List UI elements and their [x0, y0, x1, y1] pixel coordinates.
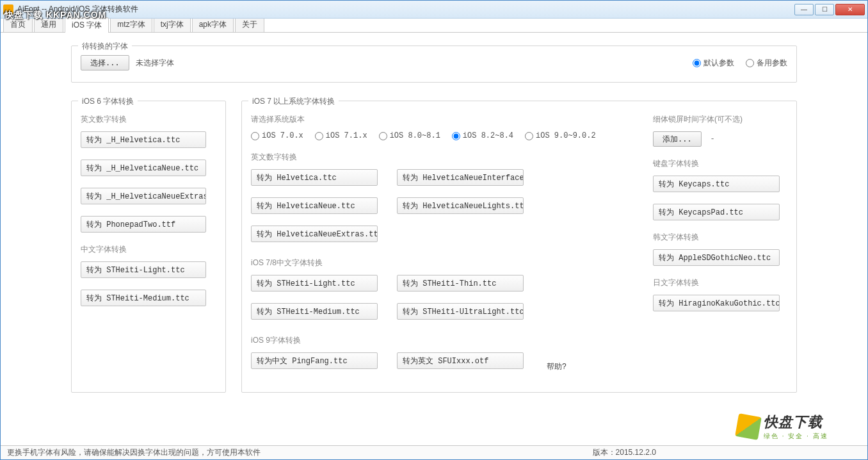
ios7-en-r0[interactable]: 转为 HelveticaNeueInterface.ttc [397, 169, 524, 186]
ios7-cn-r0[interactable]: 转为 STHeiti-Thin.ttc [397, 275, 524, 292]
tab-txj[interactable]: txj字体 [154, 17, 191, 32]
ios9-cn-btn[interactable]: 转为中文 PingFang.ttc [251, 352, 378, 369]
app-window: AiFont -- Android/iOS 字体转换软件 快盘下载 KKPAN.… [0, 0, 868, 460]
ios6-en-label: 英文数字转换 [81, 114, 216, 125]
help-link[interactable]: 帮助? [547, 361, 567, 372]
ios6-cn-btn-1[interactable]: 转为 STHeiti-Medium.ttc [81, 290, 206, 306]
maximize-button[interactable]: ☐ [815, 4, 834, 15]
close-button[interactable]: ✕ [835, 4, 865, 15]
brand-slogan: 绿色 · 安全 · 高速 [764, 432, 828, 441]
ios7-cn-l1[interactable]: 转为 STHeiti-Medium.ttc [251, 303, 378, 320]
ios7-version-label: 请选择系统版本 [251, 114, 634, 125]
ios6-en-btn-3[interactable]: 转为 PhonepadTwo.ttf [81, 216, 206, 233]
jp-label: 日文字体转换 [653, 277, 787, 288]
tab-mtz[interactable]: mtz字体 [110, 17, 152, 32]
kb-btn-0[interactable]: 转为 Keycaps.ttc [653, 176, 780, 192]
brand-watermark: 快盘下载 绿色 · 安全 · 高速 [737, 411, 865, 443]
ios6-legend: iOS 6 字体转换 [78, 96, 138, 107]
ios6-group: iOS 6 字体转换 英文数字转换 转为 _H_Helvetica.ttc 转为… [71, 101, 226, 393]
add-thin-font-button[interactable]: 添加... [653, 131, 702, 147]
source-font-legend: 待转换的字体 [78, 41, 132, 52]
tab-home[interactable]: 首页 [3, 17, 33, 32]
minimize-button[interactable]: — [794, 4, 814, 15]
ios7-version-radios: iOS 7.0.x iOS 7.1.x iOS 8.0~8.1 iOS 8.2~… [251, 131, 634, 140]
radio-ios70[interactable]: iOS 7.0.x [251, 131, 303, 140]
ios9-label: iOS 9字体转换 [251, 335, 634, 346]
ios9-en-btn[interactable]: 转为英文 SFUIxxx.otf [397, 352, 524, 369]
ios6-en-btn-1[interactable]: 转为 _H_HelveticaNeue.ttc [81, 160, 206, 176]
select-font-button[interactable]: 选择... [81, 55, 129, 70]
radio-ios80[interactable]: iOS 8.0~8.1 [379, 131, 440, 140]
ios6-en-btn-2[interactable]: 转为 _H_HelveticaNeueExtras.ttc [81, 188, 206, 204]
radio-backup-params[interactable]: 备用参数 [746, 58, 787, 69]
source-font-group: 待转换的字体 选择... 未选择字体 默认参数 备用参数 [71, 45, 797, 83]
window-title: AiFont -- Android/iOS 字体转换软件 [17, 4, 138, 15]
tab-apk[interactable]: apk字体 [192, 17, 234, 32]
titlebar: AiFont -- Android/iOS 字体转换软件 快盘下载 KKPAN.… [1, 1, 867, 19]
tab-bar: 首页 通用 iOS 字体 mtz字体 txj字体 apk字体 关于 [1, 19, 867, 33]
radio-ios90[interactable]: iOS 9.0~9.0.2 [525, 131, 596, 140]
tab-ios-font[interactable]: iOS 字体 [65, 17, 109, 33]
ios6-en-btn-0[interactable]: 转为 _H_Helvetica.ttc [81, 131, 206, 148]
tab-about[interactable]: 关于 [235, 17, 264, 32]
version-label: 版本：2015.12.2.0 [593, 447, 656, 458]
brand-name: 快盘下载 [764, 413, 828, 432]
ios7-cn-l0[interactable]: 转为 STHeiti-Light.ttc [251, 275, 378, 292]
status-text: 更换手机字体有风险，请确保能解决因换字体出现的问题，方可使用本软件 [7, 447, 261, 458]
radio-ios71[interactable]: iOS 7.1.x [315, 131, 367, 140]
ios7-cn-label: iOS 7/8中文字体转换 [251, 258, 634, 268]
radio-ios82[interactable]: iOS 8.2~8.4 [452, 131, 513, 140]
kb-label: 键盘字体转换 [653, 158, 787, 169]
kr-label: 韩文字体转换 [653, 232, 787, 243]
jp-btn[interactable]: 转为 HiraginoKakuGothic.ttc [653, 295, 780, 311]
app-icon [3, 4, 13, 15]
status-bar: 更换手机字体有风险，请确保能解决因换字体出现的问题，方可使用本软件 版本：201… [1, 445, 867, 459]
ios7-group: iOS 7 以上系统字体转换 请选择系统版本 iOS 7.0.x iOS 7.1… [241, 101, 797, 393]
thin-label: 细体锁屏时间字体(可不选) [653, 114, 787, 125]
ios7-en-l0[interactable]: 转为 Helvetica.ttc [251, 169, 378, 186]
kb-btn-1[interactable]: 转为 KeycapsPad.ttc [653, 204, 780, 220]
ios7-cn-r1[interactable]: 转为 STHeiti-UltraLight.ttc [397, 303, 524, 320]
ios6-cn-btn-0[interactable]: 转为 STHeiti-Light.ttc [81, 261, 206, 278]
ios6-cn-label: 中文字体转换 [81, 244, 216, 255]
brand-logo-icon [735, 413, 762, 440]
ios7-en-l2[interactable]: 转为 HelveticaNeueExtras.ttc [251, 226, 378, 242]
ios7-en-l1[interactable]: 转为 HelveticaNeue.ttc [251, 197, 378, 214]
kr-btn[interactable]: 转为 AppleSDGothicNeo.ttc [653, 249, 780, 266]
no-font-selected-label: 未选择字体 [136, 58, 174, 69]
ios7-en-r1[interactable]: 转为 HelveticaNeueLights.ttc [397, 197, 524, 214]
content-area: 待转换的字体 选择... 未选择字体 默认参数 备用参数 iOS 6 字体转换 … [1, 33, 867, 445]
tab-general[interactable]: 通用 [34, 17, 63, 32]
dash: - [711, 135, 715, 144]
ios7-en-label: 英文数字转换 [251, 152, 634, 163]
radio-default-params[interactable]: 默认参数 [693, 58, 734, 69]
ios7-legend: iOS 7 以上系统字体转换 [248, 96, 339, 107]
